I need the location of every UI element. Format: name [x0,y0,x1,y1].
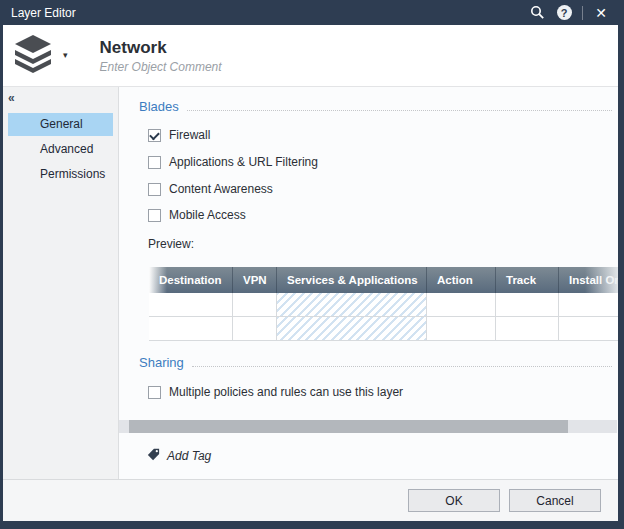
ok-button[interactable]: OK [408,489,500,512]
blade-option-firewall[interactable]: Firewall [148,128,210,142]
close-icon[interactable]: ✕ [592,4,610,22]
help-glyph: ? [557,5,572,20]
scrollbar-thumb[interactable] [129,420,568,433]
titlebar-divider [582,6,583,20]
sidebar: « General Advanced Permissions [3,87,119,479]
tag-icon [147,447,160,465]
firewall-checkbox[interactable] [148,129,161,142]
object-comment-field[interactable]: Enter Object Comment [100,60,222,74]
table-row [149,293,618,317]
main-content: Blades Firewall Applications & URL Filte… [119,87,618,479]
column-vpn: VPN [233,267,277,293]
hatched-cell [277,293,427,316]
dotted-divider [187,103,612,111]
object-name-field[interactable]: Network [100,38,222,58]
titlebar: Layer Editor ? ✕ [3,0,618,25]
blades-section-header: Blades [139,99,614,114]
sidebar-item-permissions[interactable]: Permissions [8,163,113,186]
sidebar-item-general[interactable]: General [8,113,113,136]
icon-dropdown-caret[interactable]: ▾ [63,50,68,60]
scroll-fade-right [585,267,618,293]
preview-table: Destination VPN Services & Applications … [149,267,618,341]
column-services-applications: Services & Applications [277,267,427,293]
sharing-option[interactable]: Multiple policies and rules can use this… [148,385,403,399]
table-row [149,317,618,341]
sidebar-collapse-icon[interactable]: « [3,91,118,111]
sharing-checkbox[interactable] [148,386,161,399]
mobile-access-checkbox[interactable] [148,209,161,222]
content-awareness-checkbox[interactable] [148,183,161,196]
sharing-section-header: Sharing [139,355,614,370]
blade-option-mobile-access[interactable]: Mobile Access [148,208,246,222]
applications-checkbox[interactable] [148,156,161,169]
dotted-divider [192,359,612,367]
blade-option-content-awareness[interactable]: Content Awareness [148,182,273,196]
blade-option-applications[interactable]: Applications & URL Filtering [148,155,318,169]
footer: OK Cancel [3,479,618,521]
scroll-fade-left [149,267,167,293]
horizontal-scrollbar[interactable] [119,420,617,433]
dialog-title: Layer Editor [11,6,528,20]
preview-label: Preview: [148,237,194,251]
object-header: ▾ Network Enter Object Comment [3,25,618,87]
column-action: Action [427,267,496,293]
sidebar-item-advanced[interactable]: Advanced [8,138,113,161]
layers-icon[interactable] [11,32,55,80]
sharing-title: Sharing [139,355,184,370]
blades-title: Blades [139,99,179,114]
add-tag-button[interactable]: Add Tag [147,447,211,465]
search-icon[interactable] [528,4,546,22]
column-track: Track [496,267,559,293]
hatched-cell [277,317,427,340]
cancel-button[interactable]: Cancel [509,489,601,512]
preview-table-header: Destination VPN Services & Applications … [149,267,618,293]
layer-editor-dialog: Layer Editor ? ✕ ▾ [0,0,624,529]
help-icon[interactable]: ? [555,4,573,22]
